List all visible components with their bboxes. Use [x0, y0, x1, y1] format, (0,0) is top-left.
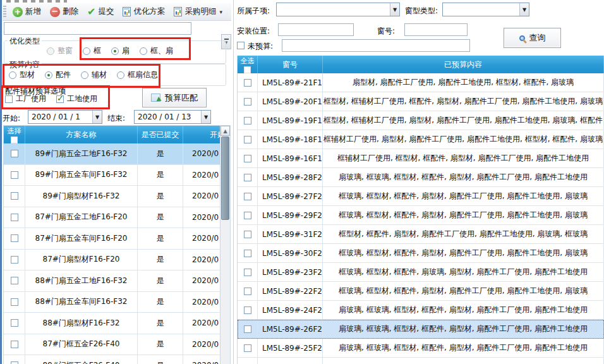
sub-item-combo[interactable]: ▼ [276, 3, 400, 16]
optimize-type-option[interactable]: 扇 [111, 46, 130, 56]
radio-icon[interactable] [81, 71, 88, 79]
budget-match-button[interactable]: 预算匹配 [142, 88, 207, 107]
row-checkbox[interactable] [11, 319, 18, 327]
plan-table-row[interactable]: 88#门扇五金工地F16-F32是2020/0 [4, 270, 221, 292]
plan-table-row[interactable]: 89#门扇型材F16-F32是2020/0 [4, 186, 221, 207]
row-checkbox[interactable] [244, 136, 251, 143]
plan-table-row[interactable]: 89#门扇五金工地F16-F32是2020/0 [4, 143, 221, 165]
plan-table-row[interactable]: 88#门扇五金车间F16-F32是2020/0 [4, 292, 221, 313]
radio-icon[interactable] [9, 71, 16, 79]
radio-icon[interactable] [117, 71, 124, 79]
window-type-combo[interactable]: ▼ [442, 3, 529, 16]
row-checkbox[interactable] [11, 256, 18, 264]
plan-table-row[interactable]: 87#门扇五金车间F16-F20是2020/0 [4, 228, 221, 250]
window-table-row[interactable]: LM5L-89#-31F29框型材, 框配件, 扇型材, 扇配件工厂使用, 扇配… [238, 225, 604, 244]
plan-table-row[interactable]: 88#门扇型材F16-F32是2020/0 [4, 313, 221, 334]
toolbar-button-add[interactable]: 新增 [8, 4, 45, 20]
plan-table-row[interactable]: 89#门扇五金车间F16-F32是2020/0 [4, 165, 221, 186]
radio-icon[interactable] [140, 47, 147, 55]
row-checkbox[interactable] [244, 98, 251, 106]
plan-table-row[interactable]: 87#门框五金F26-F40是2020/0 [4, 334, 221, 356]
date-end-dropdown-icon[interactable]: ▼ [201, 111, 210, 123]
window-table-row[interactable]: LM5L-89#-26F24扇玻璃, 框玻璃, 框型材, 框配件, 扇型材, 扇… [238, 320, 604, 339]
row-checkbox[interactable] [244, 269, 251, 276]
row-checkbox[interactable] [244, 231, 251, 238]
row-checkbox[interactable] [244, 344, 251, 352]
checkbox-icon[interactable] [56, 95, 64, 103]
toolbar-button-purchase-detail[interactable]: 采购明细▾ [169, 4, 227, 20]
plan-header-name[interactable]: 方案名称 [25, 126, 138, 143]
row-checkbox[interactable] [244, 155, 251, 162]
sub-item-dropdown-icon[interactable]: ▼ [390, 3, 399, 16]
optimize-type-option[interactable]: 整窗 [47, 46, 73, 56]
no-budget-input[interactable] [282, 39, 470, 52]
window-table-row[interactable]: LM5L-89#-24F22扇玻璃, 框玻璃, 框型材, 框配件, 扇型材, 扇… [238, 301, 604, 320]
row-checkbox[interactable] [244, 212, 251, 219]
select-all-checkbox[interactable] [11, 136, 18, 143]
row-checkbox[interactable] [244, 79, 251, 87]
window-table-row[interactable]: LM5L-89#-21F19扇型材, 扇配件工厂使用, 扇配件工地使用, 框型材… [238, 73, 604, 92]
usage-option[interactable]: 工厂使用 [5, 94, 46, 104]
row-checkbox[interactable] [244, 288, 251, 295]
radio-icon[interactable] [47, 47, 54, 55]
toolbar-grip-icon[interactable] [3, 6, 6, 18]
radio-icon[interactable] [45, 71, 52, 79]
row-checkbox[interactable] [11, 298, 18, 306]
window-table-row[interactable]: LM5L-89#-29F27框玻璃, 框型材, 框配件, 扇型材, 扇配件工厂使… [238, 206, 604, 225]
usage-option[interactable]: 工地使用 [56, 94, 97, 104]
date-start-dropdown-icon[interactable]: ▼ [92, 111, 102, 123]
plan-table-row[interactable]: 87#门扇型材F16-F20是2020/0 [4, 250, 221, 271]
radio-icon[interactable] [111, 47, 119, 55]
window-table-row[interactable]: LM5L-89#-25F23扇玻璃, 框玻璃, 框型材, 框配件, 扇型材, 扇… [238, 339, 604, 358]
window-table-row[interactable]: LM5L-89#-27F25框玻璃, 框型材, 框配件, 扇型材, 扇配件工厂使… [238, 187, 604, 206]
window-table-row[interactable]: LM5L-89#-16F15框辅材工厂使用, 框型材, 框配件, 扇型材, 扇配… [238, 149, 604, 168]
toolbar-button-delete[interactable]: 删除 [45, 4, 83, 20]
window-header-content[interactable]: 已预算内容 [323, 56, 604, 73]
row-checkbox[interactable] [11, 234, 18, 242]
plan-table-scrollbar[interactable]: ▲ [220, 126, 230, 364]
plan-header-submitted[interactable]: 是否已提交 [138, 126, 183, 143]
window-table-row[interactable]: LM5L-89#-20F18框型材, 框辅材工厂使用, 框配件, 扇型材, 扇配… [238, 92, 604, 111]
query-button[interactable]: 查询 [504, 28, 561, 48]
window-table-row[interactable]: LM5L-89#-30F28框玻璃, 框型材, 框配件, 扇型材, 扇配件工厂使… [238, 244, 604, 263]
row-checkbox[interactable] [244, 325, 251, 333]
window-table-row[interactable]: LM5L-89#-22F20框玻璃, 框型材, 框配件, 扇型材, 扇配件工厂使… [238, 282, 604, 301]
no-budget-checkbox[interactable] [237, 42, 245, 49]
window-table-row[interactable]: LM5L-89#-18F16框辅材工厂使用, 扇型材, 扇配件工厂使用, 扇配件… [238, 130, 604, 149]
row-checkbox[interactable] [11, 341, 18, 348]
radio-icon[interactable] [83, 47, 90, 55]
date-end-picker[interactable]: 2020 / 01 / 13 ▼ [134, 110, 211, 124]
optimize-type-option[interactable]: 框、扇 [140, 46, 173, 56]
row-checkbox[interactable] [11, 150, 18, 157]
window-no-input[interactable] [404, 23, 468, 36]
budget-content-option[interactable]: 型材 [9, 70, 35, 80]
plan-table-row[interactable]: 87#门扇五金工地F16-F20是2020/0 [4, 207, 221, 229]
budget-content-option[interactable]: 配件 [45, 70, 71, 80]
row-checkbox[interactable] [11, 214, 18, 221]
budget-content-option[interactable]: 辅材 [81, 70, 107, 80]
window-table-row[interactable]: LM5L-89#-28F26扇玻璃, 框玻璃, 框型材, 框配件, 扇型材, 扇… [238, 168, 604, 187]
row-checkbox[interactable] [244, 193, 251, 200]
row-checkbox[interactable] [11, 192, 18, 200]
date-start-picker[interactable]: 2020 / 01 / 1 ▼ [28, 110, 102, 124]
scrollbar-thumb[interactable] [221, 136, 229, 220]
row-checkbox[interactable] [244, 117, 251, 124]
row-checkbox[interactable] [244, 250, 251, 257]
window-table-row[interactable]: LM5L-89#-19F17框型材, 框辅材工厂使用, 扇型材, 扇配件工厂使用… [238, 111, 604, 130]
row-checkbox[interactable] [11, 277, 18, 284]
checkbox-icon[interactable] [5, 95, 13, 103]
plan-header-start[interactable]: 开始 [183, 126, 221, 143]
toolbar-button-submit[interactable]: 提交 [83, 4, 118, 20]
select-all-checkbox[interactable] [244, 66, 251, 73]
window-table-row[interactable]: LM5L-89#-23F21框玻璃, 框型材, 框配件, 扇玻璃, 扇型材, 扇… [238, 263, 604, 282]
install-position-input[interactable] [278, 23, 354, 36]
row-checkbox[interactable] [11, 361, 18, 364]
window-type-dropdown-icon[interactable]: ▼ [519, 3, 529, 16]
budget-content-option[interactable]: 框扇信息 [117, 70, 158, 80]
plan-search-input[interactable] [4, 22, 191, 35]
plan-table-row[interactable]: 89#门框五金F26-F40是2020/0 [4, 355, 221, 364]
row-checkbox[interactable] [244, 174, 251, 181]
row-checkbox[interactable] [11, 171, 18, 179]
toolbar-button-optimize-plan[interactable]: 优化方案 [118, 4, 169, 20]
optimize-type-option[interactable]: 框 [83, 46, 101, 56]
